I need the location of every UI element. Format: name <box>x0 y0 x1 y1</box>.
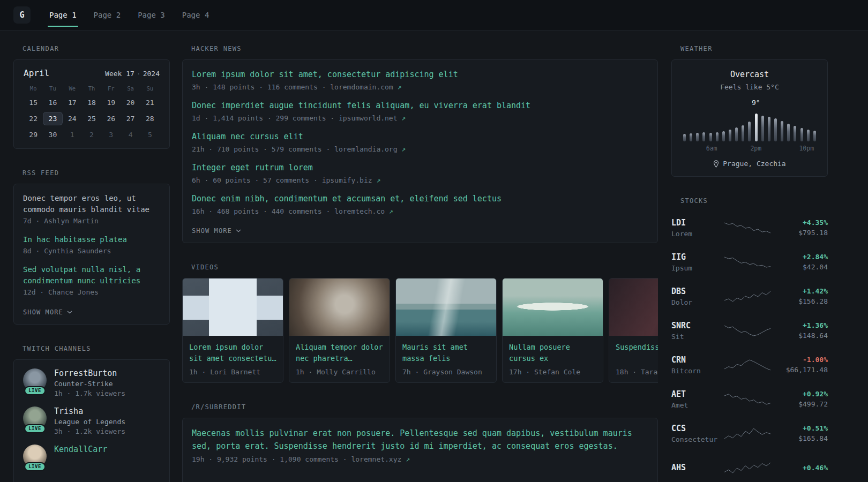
post-domain-link[interactable]: ipsumworld.net ↗ <box>339 114 406 122</box>
stock-sparkline <box>719 221 776 235</box>
channel-game: League of Legends <box>54 418 125 426</box>
feed-post: Aliquam nec cursus elit21h · 710 points … <box>192 131 648 154</box>
tab-page-3[interactable]: Page 3 <box>136 0 167 30</box>
stock-values: +0.51%$165.84 <box>776 424 828 442</box>
stock-sparkline <box>719 289 776 303</box>
stock-values: -1.00%$66,171.48 <box>776 356 828 374</box>
twitch-channel[interactable]: LIVETrishaLeague of Legends3h · 1.2k vie… <box>23 406 160 435</box>
video-meta: 17h · Stefan Cole <box>509 368 596 376</box>
stock-values: +2.84%$42.04 <box>776 253 828 271</box>
feed-post: Integer eget rutrum lorem6h · 60 points … <box>192 162 648 185</box>
post-title-link[interactable]: Aliquam nec cursus elit <box>192 132 303 141</box>
stock-row[interactable]: SNRCSit+1.36%$148.64 <box>671 313 828 348</box>
channel-meta: 1h · 1.7k viewers <box>54 389 125 397</box>
widget-title-twitch: TWITCH CHANNELS <box>23 345 170 352</box>
stock-values: +0.92%$499.72 <box>776 390 828 408</box>
calendar-widget: CALENDAR April Week 17·2024 MoTuWeThFrSa… <box>13 45 170 149</box>
calendar-day: 21 <box>140 96 160 109</box>
post-domain-link[interactable]: ipsumify.biz ↗ <box>322 176 381 184</box>
feed-post: Lorem ipsum dolor sit amet, consectetur … <box>192 69 648 92</box>
stock-row[interactable]: IIGIpsum+2.84%$42.04 <box>671 245 828 279</box>
calendar-day: 30 <box>43 128 62 141</box>
channel-name-link[interactable]: ForrestBurton <box>54 368 125 378</box>
post-title-link[interactable]: Integer eget rutrum lorem <box>192 163 313 172</box>
calendar-day: 3 <box>101 128 121 141</box>
stock-change: -1.00% <box>776 356 828 364</box>
post-title-link[interactable]: Donec imperdiet augue tincidunt felis al… <box>192 101 530 110</box>
channel-name-link[interactable]: Trisha <box>54 406 125 416</box>
weather-bars <box>683 112 816 141</box>
stock-name: Lorem <box>671 230 719 238</box>
stock-name: Bitcorn <box>671 367 719 375</box>
post-title-link[interactable]: Lorem ipsum dolor sit amet, consectetur … <box>192 70 458 79</box>
tab-page-4[interactable]: Page 4 <box>181 0 211 30</box>
stock-sparkline <box>719 392 776 406</box>
hackernews-show-more-button[interactable]: SHOW MORE <box>192 227 241 235</box>
widget-title-videos: VIDEOS <box>191 263 658 271</box>
video-card[interactable]: Nullam posuere cursus ex17h · Stefan Col… <box>502 278 603 383</box>
rss-item-link[interactable]: Sed volutpat nulla nisl, a condimentum n… <box>23 264 160 287</box>
stocks-widget: STOCKS LDILorem+4.35%$795.18IIGIpsum+2.8… <box>671 197 828 482</box>
weather-bar <box>748 122 751 141</box>
feed-post: Donec imperdiet augue tincidunt felis al… <box>192 100 648 123</box>
post-domain-link[interactable]: loremlandia.org ↗ <box>334 145 406 153</box>
chevron-down-icon <box>67 311 72 314</box>
video-meta: 1h · Molly Carrillo <box>296 368 383 376</box>
video-card[interactable]: Mauris sit amet massa felis7h · Grayson … <box>395 278 497 383</box>
tab-page-2[interactable]: Page 2 <box>92 0 123 30</box>
channel-meta: 3h · 1.2k viewers <box>54 427 125 435</box>
stock-row[interactable]: CRNBitcorn-1.00%$66,171.48 <box>671 348 828 382</box>
weather-bar <box>696 133 699 141</box>
videos-carousel[interactable]: Lorem ipsum dolor sit amet consectetu…1h… <box>182 278 658 383</box>
stock-symbol: DBS <box>671 287 719 296</box>
video-title-link[interactable]: Suspendisse diam <box>616 342 658 364</box>
middle-column: HACKER NEWS Lorem ipsum dolor sit amet, … <box>182 45 658 482</box>
stock-row[interactable]: AETAmet+0.92%$499.72 <box>671 382 828 416</box>
post-domain-link[interactable]: loremdomain.com ↗ <box>330 83 401 91</box>
post-title-link[interactable]: Donec enim nibh, condimentum et accumsan… <box>192 194 502 204</box>
calendar-day: 16 <box>43 96 62 109</box>
rss-item-link[interactable]: Donec tempor eros leo, ut commodo mauris… <box>23 193 160 215</box>
video-card[interactable]: Lorem ipsum dolor sit amet consectetu…1h… <box>182 278 283 383</box>
sparkline-chart <box>724 221 771 235</box>
sparkline-chart <box>724 358 771 372</box>
video-card[interactable]: Suspendisse diam18h · Tara <box>609 278 658 383</box>
calendar-dow: Mo <box>24 85 43 93</box>
app-logo[interactable]: G <box>13 6 31 24</box>
channel-name-link[interactable]: KendallCarr <box>54 445 107 454</box>
post-title-link[interactable]: Maecenas mollis pulvinar erat non posuer… <box>192 427 648 453</box>
stock-row[interactable]: LDILorem+4.35%$795.18 <box>671 210 828 245</box>
rss-show-more-button[interactable]: SHOW MORE <box>23 308 72 316</box>
post-domain-link[interactable]: loremtech.co ↗ <box>334 207 393 215</box>
stock-price: $42.04 <box>776 263 828 271</box>
stock-price: $148.64 <box>776 332 828 340</box>
calendar-day: 26 <box>101 112 121 125</box>
stock-row[interactable]: DBSDolor+1.42%$156.28 <box>671 279 828 313</box>
header-tabs: Page 1Page 2Page 3Page 4 <box>48 0 225 30</box>
stock-symbol: CCS <box>671 424 719 433</box>
calendar-card: April Week 17·2024 MoTuWeThFrSaSu1516171… <box>13 59 170 149</box>
widget-title-subreddit: /R/SUBREDDIT <box>191 403 658 411</box>
video-title-link[interactable]: Aliquam tempor dolor nec pharetra… <box>296 342 383 364</box>
post-domain-link[interactable]: loremnet.xyz ↗ <box>351 455 410 463</box>
chevron-down-icon <box>236 229 241 232</box>
video-title-link[interactable]: Nullam posuere cursus ex <box>509 342 596 364</box>
stock-id: AETAmet <box>671 389 719 409</box>
calendar-header: April Week 17·2024 <box>24 68 160 78</box>
tab-page-1[interactable]: Page 1 <box>48 0 78 30</box>
video-title-link[interactable]: Lorem ipsum dolor sit amet consectetu… <box>189 342 276 364</box>
stock-row[interactable]: AHS+0.46% <box>671 450 828 482</box>
widget-title-rss: RSS FEED <box>23 169 170 177</box>
rss-item-link[interactable]: In hac habitasse platea <box>23 234 160 245</box>
calendar-day: 5 <box>140 128 160 141</box>
stock-id: LDILorem <box>671 218 719 238</box>
stock-row[interactable]: CCSConsectetur+0.51%$165.84 <box>671 416 828 450</box>
twitch-channel[interactable]: LIVEKendallCarr <box>23 445 160 468</box>
top-bar: G Page 1Page 2Page 3Page 4 <box>0 0 868 31</box>
video-card[interactable]: Aliquam tempor dolor nec pharetra…1h · M… <box>289 278 390 383</box>
sparkline-chart <box>724 323 771 337</box>
weather-location: Prague, Czechia <box>681 160 818 168</box>
video-title-link[interactable]: Mauris sit amet massa felis <box>402 342 490 364</box>
stock-price: $156.28 <box>776 297 828 305</box>
twitch-channel[interactable]: LIVEForrestBurtonCounter-Strike1h · 1.7k… <box>23 368 160 397</box>
